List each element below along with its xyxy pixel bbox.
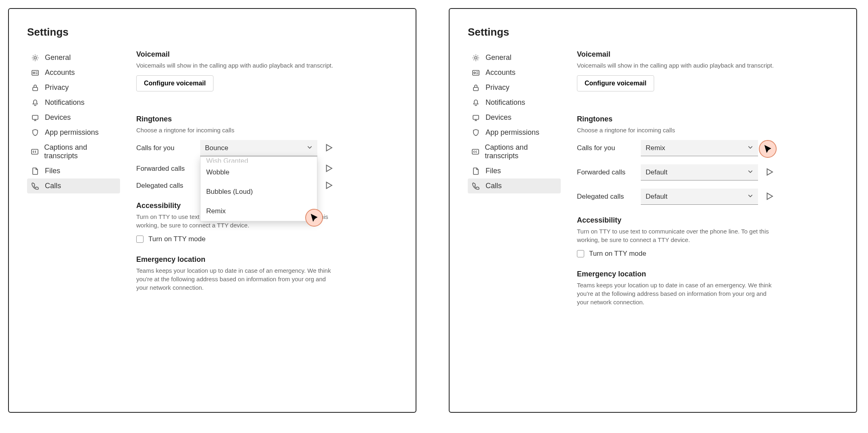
emergency-desc: Teams keeps your location up to date in … [577,281,775,306]
sidebar-item-label: App permissions [486,128,539,137]
settings-content: Voicemail Voicemails will show in the ca… [577,50,838,318]
sidebar-item-calls[interactable]: Calls [27,178,120,193]
ringtones-heading: Ringtones [136,115,397,123]
close-button[interactable] [835,25,838,39]
sidebar-item-notifications[interactable]: Notifications [27,95,120,110]
sidebar-item-label: Captions and transcripts [44,143,116,160]
file-icon [31,167,39,175]
emergency-heading: Emergency location [577,270,838,278]
sidebar-item-devices[interactable]: Devices [468,110,561,125]
play-ringtone-button[interactable] [325,144,334,153]
configure-voicemail-button[interactable]: Configure voicemail [577,75,654,91]
sidebar-item-label: Devices [45,113,71,122]
dropdown-option-wobble[interactable]: Wobble [201,163,317,182]
calls-for-you-label: Calls for you [577,144,634,152]
sidebar-item-label: Calls [45,182,61,190]
id-card-icon [31,69,39,77]
ringtones-heading: Ringtones [577,115,838,123]
sidebar-item-label: Notifications [45,98,84,107]
forwarded-calls-select[interactable]: Default [641,164,758,180]
sidebar-item-label: Privacy [45,83,69,92]
sidebar-item-accounts[interactable]: Accounts [27,65,120,80]
play-ringtone-button[interactable] [765,168,774,177]
accessibility-heading: Accessibility [577,216,838,225]
sidebar-item-files[interactable]: Files [27,163,120,178]
ringtone-dropdown: Wish Granted Wobble Bubbles (Loud) Remix [200,156,317,221]
ringtones-desc: Choose a ringtone for incoming calls [577,126,838,134]
page-title: Settings [27,26,69,38]
chevron-down-icon [748,144,753,151]
sidebar-item-privacy[interactable]: Privacy [468,80,561,95]
sidebar-item-label: Privacy [486,83,509,92]
calls-for-you-label: Calls for you [136,144,193,152]
sidebar-item-label: Captions and transcripts [485,143,557,160]
play-ringtone-button[interactable] [765,144,774,153]
select-value: Default [646,168,667,176]
page-title: Settings [468,26,509,38]
sidebar-item-app-permissions[interactable]: App permissions [468,125,561,140]
sidebar-item-label: Devices [486,113,511,122]
sidebar-item-general[interactable]: General [27,50,120,65]
sidebar-item-label: General [486,53,511,62]
bell-icon [31,99,39,107]
sidebar-item-label: Calls [486,182,502,190]
file-icon [472,167,480,175]
tty-checkbox[interactable] [136,236,144,243]
sidebar-item-calls[interactable]: Calls [468,178,561,193]
close-button[interactable] [394,25,397,39]
chevron-down-icon [307,144,313,151]
sidebar-item-label: App permissions [45,128,99,137]
emergency-heading: Emergency location [136,255,397,264]
sidebar-item-devices[interactable]: Devices [27,110,120,125]
play-ringtone-button[interactable] [325,181,334,190]
forwarded-calls-label: Forwarded calls [577,168,634,176]
accessibility-desc: Turn on TTY to use text to communicate o… [577,227,771,244]
sidebar-item-privacy[interactable]: Privacy [27,80,120,95]
sidebar-item-files[interactable]: Files [468,163,561,178]
voicemail-heading: Voicemail [136,50,397,59]
ringtones-desc: Choose a ringtone for incoming calls [136,126,397,134]
sidebar-item-captions[interactable]: Captions and transcripts [27,140,120,163]
voicemail-desc: Voicemails will show in the calling app … [577,61,838,70]
lock-icon [31,84,39,92]
gear-icon [31,54,39,62]
chevron-down-icon [748,193,753,200]
sidebar-item-label: Accounts [45,68,75,77]
calls-for-you-select[interactable]: Bounce Wish Granted Wobble Bubbles (Loud… [200,140,317,156]
id-card-icon [472,69,480,77]
sidebar-item-label: Files [486,167,501,175]
phone-icon [472,182,480,190]
dropdown-option-remix[interactable]: Remix [201,202,317,221]
sidebar-item-notifications[interactable]: Notifications [468,95,561,110]
select-value: Default [646,193,667,201]
shield-icon [31,129,39,137]
delegated-calls-select[interactable]: Default [641,189,758,205]
sidebar-item-captions[interactable]: Captions and transcripts [468,140,561,163]
configure-voicemail-button[interactable]: Configure voicemail [136,75,213,91]
sidebar-item-app-permissions[interactable]: App permissions [27,125,120,140]
phone-icon [31,182,39,190]
sidebar-item-label: Accounts [486,68,515,77]
settings-content: Voicemail Voicemails will show in the ca… [136,50,397,303]
dropdown-option[interactable]: Wish Granted [201,157,317,163]
tty-checkbox[interactable] [577,250,584,257]
play-ringtone-button[interactable] [325,164,334,173]
voicemail-desc: Voicemails will show in the calling app … [136,61,397,70]
forwarded-calls-label: Forwarded calls [136,165,193,173]
gear-icon [472,54,480,62]
sidebar-item-label: Files [45,167,60,175]
settings-sidebar: General Accounts Privacy Notifications D… [27,50,120,303]
monitor-icon [472,114,480,122]
tty-checkbox-label: Turn on TTY mode [589,250,646,258]
emergency-desc: Teams keeps your location up to date in … [136,266,334,292]
sidebar-item-general[interactable]: General [468,50,561,65]
sidebar-item-accounts[interactable]: Accounts [468,65,561,80]
delegated-calls-label: Delegated calls [136,182,193,190]
select-value: Bounce [205,144,228,152]
cc-icon [472,148,479,156]
settings-sidebar: General Accounts Privacy Notifications D… [468,50,561,318]
play-ringtone-button[interactable] [765,192,774,201]
dropdown-option-bubbles[interactable]: Bubbles (Loud) [201,182,317,202]
chevron-down-icon [748,169,753,176]
calls-for-you-select[interactable]: Remix [641,140,758,156]
